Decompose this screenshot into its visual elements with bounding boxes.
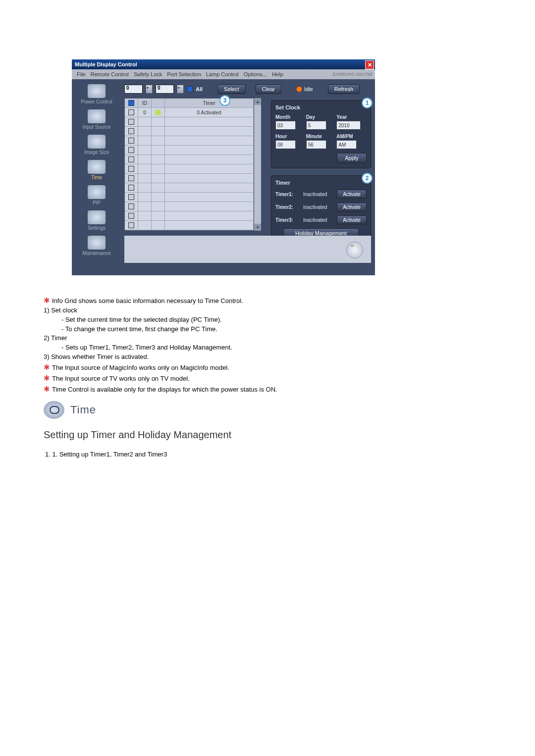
grid-scrollbar[interactable]: ▴ ▾ bbox=[254, 98, 261, 231]
day-select[interactable]: 5 bbox=[306, 121, 326, 130]
menu-lamp[interactable]: Lamp Control bbox=[206, 71, 239, 77]
row-checkbox[interactable] bbox=[128, 194, 134, 200]
row-checkbox[interactable] bbox=[128, 166, 134, 172]
grid-row[interactable] bbox=[125, 127, 254, 136]
refresh-button[interactable]: Refresh bbox=[328, 84, 360, 94]
grid-row[interactable]: 0 0 Activated bbox=[125, 108, 254, 117]
row-checkbox[interactable] bbox=[128, 203, 134, 209]
star-icon: ✱ bbox=[44, 296, 50, 304]
all-checkbox[interactable] bbox=[187, 86, 193, 92]
row-checkbox[interactable] bbox=[128, 213, 134, 219]
grid-row[interactable] bbox=[125, 155, 254, 164]
clear-button[interactable]: Clear bbox=[256, 84, 281, 94]
header-checkbox[interactable] bbox=[128, 100, 134, 106]
callout-2: 2 bbox=[362, 173, 373, 184]
year-label: Year bbox=[336, 114, 365, 120]
menu-bar: File Remote Control Safety Lock Port Sel… bbox=[72, 69, 375, 79]
minute-select[interactable]: 56 bbox=[306, 140, 326, 149]
cell-status: 0 Activated bbox=[165, 108, 254, 117]
sidebar-item-time[interactable]: Time bbox=[72, 160, 121, 180]
doc-line: Set the current time for the selected di… bbox=[61, 316, 222, 323]
timer-name: Timer3: bbox=[275, 217, 300, 223]
timer1-row: Timer1: Inactivated Activate bbox=[275, 190, 367, 199]
row-checkbox[interactable] bbox=[128, 119, 134, 125]
row-checkbox[interactable] bbox=[128, 156, 134, 162]
grid-row[interactable] bbox=[125, 183, 254, 193]
settings-icon bbox=[88, 210, 106, 224]
status-dot-icon bbox=[296, 86, 302, 92]
row-checkbox[interactable] bbox=[128, 138, 134, 144]
grid-row[interactable] bbox=[125, 174, 254, 183]
dropdown-icon[interactable] bbox=[177, 85, 184, 94]
grid-row[interactable] bbox=[125, 221, 254, 230]
timer-status: Inactivated bbox=[303, 192, 334, 197]
sidebar-label: Input Source bbox=[83, 124, 111, 130]
menu-file[interactable]: File bbox=[77, 71, 86, 77]
scroll-up-icon[interactable]: ▴ bbox=[254, 98, 261, 105]
star-icon: ✱ bbox=[44, 385, 50, 393]
row-checkbox[interactable] bbox=[128, 109, 134, 115]
month-select[interactable]: 03 bbox=[275, 121, 296, 130]
star-icon: ✱ bbox=[44, 363, 50, 371]
input-icon bbox=[88, 109, 106, 123]
subsection-heading: Setting up Timer and Holiday Management bbox=[44, 428, 470, 442]
set-clock-panel: 1 Set Clock Month 03 Day 5 Year 2010 Hou… bbox=[271, 100, 371, 168]
sidebar-item-settings[interactable]: Settings bbox=[72, 210, 121, 231]
grid-row[interactable] bbox=[125, 146, 254, 155]
apply-button[interactable]: Apply bbox=[337, 153, 367, 163]
grid-row[interactable] bbox=[125, 193, 254, 202]
doc-note: Time Control is available only for the d… bbox=[52, 386, 277, 393]
timer3-row: Timer3: Inactivated Activate bbox=[275, 215, 367, 224]
doc-body: ✱Info Grid shows some basic information … bbox=[44, 295, 470, 459]
timer-title: Timer bbox=[275, 180, 367, 186]
sidebar-item-power[interactable]: Power Control bbox=[72, 84, 121, 104]
sidebar-item-image-size[interactable]: Image Size bbox=[72, 135, 121, 155]
menu-options[interactable]: Options... bbox=[244, 71, 267, 77]
row-checkbox[interactable] bbox=[128, 222, 134, 228]
timer-status: Inactivated bbox=[303, 204, 334, 210]
grid-row[interactable] bbox=[125, 202, 254, 211]
activate-button[interactable]: Activate bbox=[337, 215, 367, 224]
timer2-row: Timer2: Inactivated Activate bbox=[275, 202, 367, 211]
doc-note: The Input source of MagicInfo works only… bbox=[52, 364, 229, 371]
hour-label: Hour bbox=[275, 134, 304, 139]
grid-row[interactable] bbox=[125, 117, 254, 127]
timer-name: Timer2: bbox=[275, 204, 300, 210]
year-select[interactable]: 2010 bbox=[336, 121, 361, 130]
doc-line: 1. 1. Setting up Timer1, Timer2 and Time… bbox=[45, 450, 470, 459]
status-chip-icon bbox=[155, 109, 161, 115]
scroll-down-icon[interactable]: ▾ bbox=[254, 224, 261, 231]
menu-remote[interactable]: Remote Control bbox=[91, 71, 129, 77]
menu-port-select[interactable]: Port Selection bbox=[167, 71, 201, 77]
all-label: All bbox=[196, 86, 203, 92]
grid-header: ID Timer bbox=[125, 99, 254, 108]
pip-icon bbox=[88, 185, 106, 199]
activate-button[interactable]: Activate bbox=[337, 202, 367, 211]
grid-row[interactable] bbox=[125, 211, 254, 221]
row-checkbox[interactable] bbox=[128, 185, 134, 191]
menu-help[interactable]: Help bbox=[272, 71, 283, 77]
grid-row[interactable] bbox=[125, 164, 254, 174]
menu-safety-lock[interactable]: Safety Lock bbox=[134, 71, 162, 77]
row-checkbox[interactable] bbox=[128, 175, 134, 181]
ampm-select[interactable]: AM bbox=[336, 140, 357, 149]
callout-3: 3 bbox=[219, 95, 230, 106]
row-checkbox[interactable] bbox=[128, 128, 134, 134]
grid-row[interactable] bbox=[125, 136, 254, 146]
ampm-label: AM/PM bbox=[336, 134, 365, 139]
spinner-to[interactable]: 0 bbox=[156, 85, 174, 94]
sidebar-item-input[interactable]: Input Source bbox=[72, 109, 121, 130]
sidebar-item-pip[interactable]: PIP bbox=[72, 185, 121, 205]
hour-select[interactable]: 08 bbox=[275, 140, 296, 149]
select-button[interactable]: Select bbox=[217, 84, 246, 94]
row-checkbox[interactable] bbox=[128, 147, 134, 153]
sidebar-label: Time bbox=[91, 175, 102, 180]
dropdown-icon[interactable] bbox=[146, 85, 153, 94]
activate-button[interactable]: Activate bbox=[337, 190, 367, 199]
close-icon[interactable]: ✕ bbox=[365, 60, 374, 69]
sidebar-item-maintenance[interactable]: Maintenance bbox=[72, 236, 121, 256]
spinner-from[interactable]: 0 bbox=[124, 85, 143, 94]
day-label: Day bbox=[306, 114, 335, 120]
maintenance-icon bbox=[88, 236, 106, 250]
sidebar: Power Control Input Source Image Size Ti… bbox=[72, 79, 121, 275]
